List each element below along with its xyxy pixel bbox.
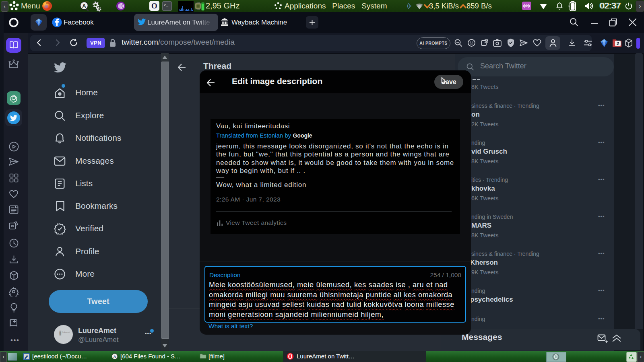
svg-text:A: A [114, 355, 116, 359]
svg-text:>_: >_ [164, 3, 168, 7]
svg-text:A: A [82, 3, 86, 9]
svg-text:O: O [151, 2, 157, 10]
